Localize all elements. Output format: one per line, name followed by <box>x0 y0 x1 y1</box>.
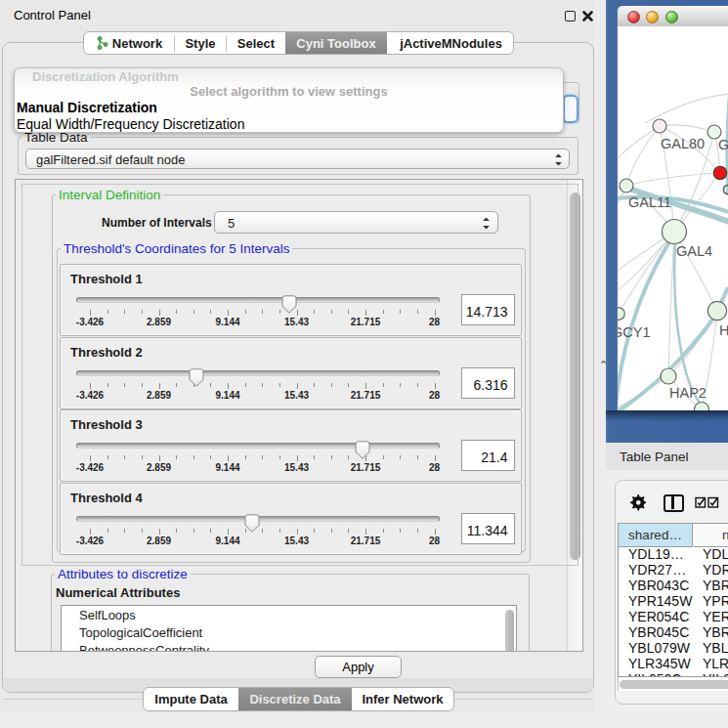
svg-text:GAL80: GAL80 <box>661 136 705 151</box>
svg-text:HAP2: HAP2 <box>669 385 707 401</box>
svg-text:GCY1: GCY1 <box>618 324 651 340</box>
svg-text:GAL4: GAL4 <box>676 243 712 259</box>
svg-text:GA: GA <box>718 137 728 152</box>
svg-text:H: H <box>719 322 728 338</box>
svg-text:C: C <box>722 182 728 197</box>
svg-text:GAL11: GAL11 <box>628 194 671 210</box>
